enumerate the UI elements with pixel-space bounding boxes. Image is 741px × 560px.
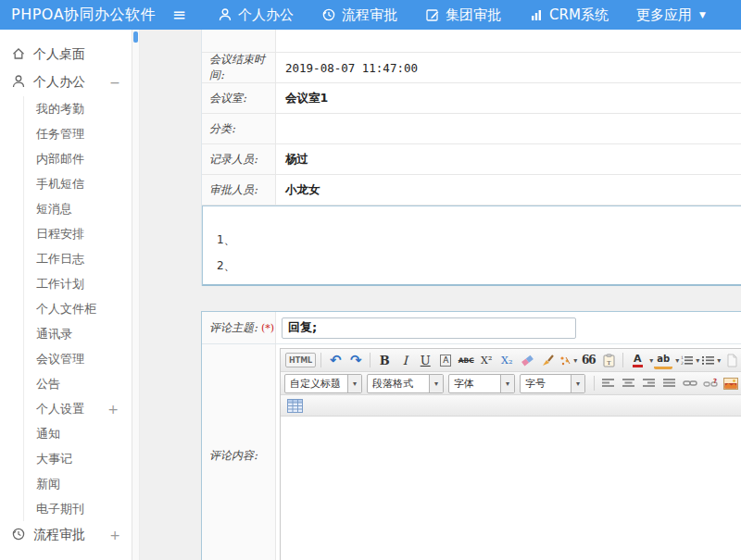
- ordered-list-button[interactable]: 12▾: [680, 351, 699, 369]
- comment-content-row: 评论内容: HTML ↶ ↷ B I: [202, 344, 741, 560]
- sidebar-subitem-major-events[interactable]: 大事记: [24, 446, 132, 471]
- sidebar-subitem-file-cabinet[interactable]: 个人文件柜: [24, 296, 132, 321]
- sidebar-item-personal-office[interactable]: 个人办公 −: [0, 68, 132, 96]
- nav-item-more-apps[interactable]: 更多应用 ▼: [636, 6, 706, 24]
- sidebar-subitem-schedule[interactable]: 日程安排: [24, 221, 132, 246]
- meeting-notes-box: 1、 2、: [202, 205, 741, 286]
- redo-button[interactable]: ↷: [346, 351, 365, 369]
- field-label: 评论内容:: [202, 344, 276, 560]
- sidebar-subitem-announcement[interactable]: 公告: [24, 371, 132, 396]
- sidebar-item-label: 个人办公: [33, 74, 85, 91]
- font-size-select[interactable]: 字号 ▾: [520, 374, 585, 393]
- align-right-button[interactable]: [640, 374, 659, 392]
- unordered-list-button[interactable]: ▾: [701, 351, 721, 369]
- font-style-button[interactable]: A: [436, 351, 455, 369]
- table-icon[interactable]: [285, 396, 304, 415]
- chevron-down-icon[interactable]: ▾: [649, 356, 653, 365]
- editor-content-area[interactable]: [281, 417, 741, 560]
- sidebar-subitem-mobile-sms[interactable]: 手机短信: [24, 171, 132, 196]
- nav-item-workflow-approval[interactable]: 流程审批: [321, 6, 397, 24]
- expand-icon[interactable]: +: [109, 528, 120, 542]
- page-break-icon[interactable]: [722, 351, 741, 369]
- justify-button[interactable]: [660, 374, 679, 392]
- rich-text-editor: HTML ↶ ↷ B I U A ABC X²: [280, 348, 741, 560]
- field-value: 2019-08-07 11:47:00: [276, 53, 741, 82]
- blockquote-button[interactable]: 66: [579, 351, 597, 369]
- nav-label: 流程审批: [342, 6, 397, 24]
- sidebar-subitem-work-log[interactable]: 工作日志: [24, 246, 132, 271]
- nav-item-personal-office[interactable]: 个人办公: [218, 6, 294, 24]
- superscript-button[interactable]: X²: [477, 351, 496, 369]
- chevron-down-icon: ▾: [347, 375, 361, 392]
- chevron-down-icon: ▼: [699, 10, 706, 19]
- sidebar-subitem-personal-settings[interactable]: 个人设置+: [24, 396, 132, 421]
- sidebar-subitem-e-journal[interactable]: 电子期刊: [24, 496, 132, 521]
- field-label: 会议室:: [202, 83, 276, 113]
- history-clock-icon: [11, 527, 33, 544]
- sidebar-subitem-internal-mail[interactable]: 内部邮件: [24, 146, 132, 171]
- sidebar-subitem-attendance[interactable]: 我的考勤: [24, 96, 132, 121]
- image-icon[interactable]: [722, 374, 740, 392]
- font-family-select[interactable]: 字体 ▾: [448, 374, 515, 393]
- edit-square-icon: [425, 7, 440, 22]
- table-row-approver: 审批人员: 小龙女: [202, 175, 741, 205]
- expand-icon[interactable]: +: [107, 402, 119, 417]
- note-line: 2、: [217, 253, 741, 279]
- table-row-meeting-room: 会议室: 会议室1: [202, 83, 741, 114]
- sidebar-subitem-contacts[interactable]: 通讯录: [24, 321, 132, 346]
- history-clock-icon: [321, 7, 336, 22]
- undo-button[interactable]: ↶: [326, 351, 345, 369]
- paste-text-button[interactable]: T: [599, 351, 618, 369]
- paragraph-format-select[interactable]: 段落格式 ▾: [367, 374, 444, 393]
- format-painter-icon[interactable]: [538, 351, 557, 369]
- nav-label: 更多应用: [636, 6, 692, 24]
- sidebar-item-desktop[interactable]: 个人桌面: [0, 41, 132, 68]
- underline-button[interactable]: U: [416, 351, 434, 369]
- field-value: 杨过: [276, 144, 741, 174]
- table-row: [202, 30, 741, 53]
- strikethrough-button[interactable]: ABC: [457, 351, 475, 369]
- collapse-icon[interactable]: −: [109, 75, 120, 90]
- align-left-button[interactable]: [599, 374, 618, 392]
- align-center-button[interactable]: [620, 374, 638, 392]
- link-icon[interactable]: [681, 374, 699, 392]
- nav-item-group-approval[interactable]: 集团审批: [425, 6, 501, 24]
- field-value: 小龙女: [276, 175, 741, 205]
- table-row-category: 分类:: [202, 114, 741, 144]
- field-label: 记录人员:: [202, 144, 276, 174]
- sidebar-item-workflow-approval[interactable]: 流程审批 +: [0, 521, 132, 549]
- sidebar-subitem-work-plan[interactable]: 工作计划: [24, 271, 132, 296]
- sidebar-subitem-notice[interactable]: 通知: [24, 421, 132, 446]
- unlink-icon[interactable]: ?: [701, 374, 720, 392]
- field-label: 分类:: [202, 114, 276, 143]
- meeting-detail-table: 会议结束时间: 2019-08-07 11:47:00 会议室: 会议室1 分类…: [201, 30, 741, 286]
- sidebar-scrollbar[interactable]: [132, 30, 140, 560]
- chevron-down-icon: ▾: [500, 375, 514, 392]
- font-color-button[interactable]: A: [628, 351, 647, 369]
- chevron-down-icon[interactable]: ▾: [675, 356, 679, 365]
- paint-format-button[interactable]: ▾: [559, 351, 577, 369]
- subscript-button[interactable]: X₂: [497, 351, 516, 369]
- comment-subject-input[interactable]: [282, 317, 576, 339]
- italic-button[interactable]: I: [396, 351, 414, 369]
- eraser-button[interactable]: [518, 351, 536, 369]
- sidebar-item-label: 流程审批: [33, 527, 85, 543]
- menu-toggle-icon[interactable]: ≡: [172, 6, 186, 23]
- sidebar-item-label: 个人桌面: [33, 46, 85, 63]
- highlight-button[interactable]: ab: [654, 351, 672, 369]
- comment-subject-row: 评论主题: (*): [202, 312, 741, 344]
- sidebar-subitem-short-message[interactable]: 短消息: [24, 196, 132, 221]
- nav-item-crm[interactable]: CRM系统: [529, 6, 609, 24]
- nav-label: 集团审批: [446, 6, 501, 24]
- bold-button[interactable]: B: [375, 351, 394, 369]
- table-row-recorder: 记录人员: 杨过: [202, 144, 741, 175]
- heading-select[interactable]: 自定义标题 ▾: [284, 374, 362, 393]
- sidebar-subitem-news[interactable]: 新闻: [24, 471, 132, 496]
- html-source-button[interactable]: HTML: [285, 353, 316, 367]
- editor-toolbar-row-3: [281, 395, 741, 417]
- scrollbar-thumb[interactable]: [133, 31, 138, 43]
- field-value: [276, 114, 741, 143]
- sidebar-subitem-meeting-management[interactable]: 会议管理: [24, 346, 132, 371]
- sidebar-subitem-tasks[interactable]: 任务管理: [24, 121, 132, 146]
- chevron-down-icon: ▾: [571, 375, 584, 392]
